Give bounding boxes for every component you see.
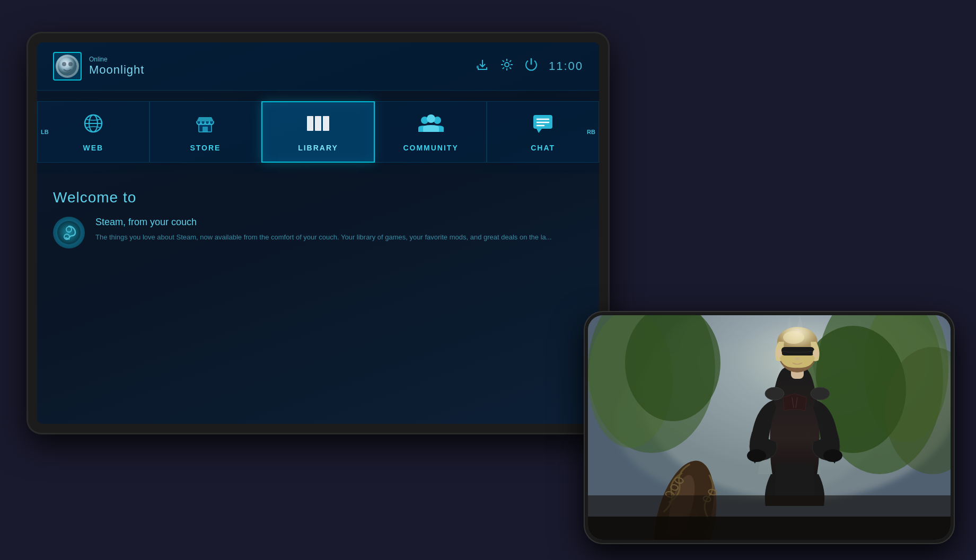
svg-rect-9 [203, 127, 208, 132]
svg-rect-54 [781, 347, 814, 355]
tablet-screen: Online Moonlight [37, 42, 599, 424]
power-icon[interactable] [524, 58, 538, 75]
phone-device [584, 311, 955, 544]
user-status: Online [89, 56, 144, 63]
svg-rect-61 [588, 517, 951, 540]
nav-tile-chat[interactable]: RB CHAT [487, 101, 599, 163]
svg-point-2 [62, 62, 66, 66]
game-image [588, 315, 951, 540]
steam-text-area: Steam, from your couch The things you lo… [95, 217, 583, 243]
svg-point-15 [427, 114, 435, 123]
nav-tile-web[interactable]: LB WEB [37, 101, 150, 163]
svg-point-58 [765, 387, 784, 400]
steam-title: Steam, from your couch [95, 217, 583, 228]
svg-point-1 [58, 57, 77, 76]
store-icon [194, 112, 217, 138]
nav-tile-community[interactable]: COMMUNITY [375, 101, 487, 163]
steam-logo [53, 217, 85, 248]
scene: Online Moonlight [0, 0, 976, 560]
nav-tile-library[interactable]: LIBRARY [261, 101, 375, 163]
rb-label: RB [587, 129, 595, 135]
tablet-device: Online Moonlight [27, 32, 610, 434]
svg-rect-12 [323, 116, 329, 131]
user-info: Online Moonlight [53, 52, 144, 81]
clock: 11:00 [549, 59, 583, 73]
settings-icon[interactable] [500, 58, 514, 75]
username: Moonlight [89, 63, 144, 77]
phone-screen [588, 315, 951, 540]
chat-icon [531, 112, 555, 138]
svg-rect-11 [315, 116, 321, 131]
svg-point-59 [811, 387, 830, 400]
svg-point-55 [795, 357, 800, 360]
nav-bar: LB WEB [37, 91, 599, 173]
community-label: COMMUNITY [403, 144, 458, 152]
svg-point-57 [813, 349, 819, 358]
store-label: STORE [190, 144, 221, 152]
content-area: Welcome to [37, 173, 599, 264]
tablet-header: Online Moonlight [37, 42, 599, 91]
avatar [56, 55, 79, 78]
steam-logo-area: Steam, from your couch The things you lo… [53, 217, 583, 248]
svg-rect-10 [307, 116, 313, 131]
steam-desc: The things you love about Steam, now ava… [95, 232, 583, 243]
community-icon [417, 112, 445, 138]
header-right: 11:00 [476, 58, 583, 75]
svg-point-4 [505, 63, 509, 67]
chat-label: CHAT [531, 144, 555, 152]
svg-point-56 [776, 349, 782, 358]
svg-point-47 [747, 449, 766, 462]
library-label: LIBRARY [298, 144, 338, 152]
svg-point-48 [823, 449, 842, 462]
download-icon[interactable] [476, 58, 489, 75]
svg-point-53 [783, 331, 804, 344]
avatar-container [53, 52, 82, 81]
web-icon [82, 112, 105, 138]
web-label: WEB [83, 144, 103, 152]
nav-tile-store[interactable]: STORE [150, 101, 262, 163]
welcome-text: Welcome to [53, 189, 583, 206]
lb-label: LB [41, 129, 49, 135]
library-icon [305, 112, 331, 138]
user-text-area: Online Moonlight [89, 56, 144, 77]
svg-point-3 [68, 62, 73, 66]
